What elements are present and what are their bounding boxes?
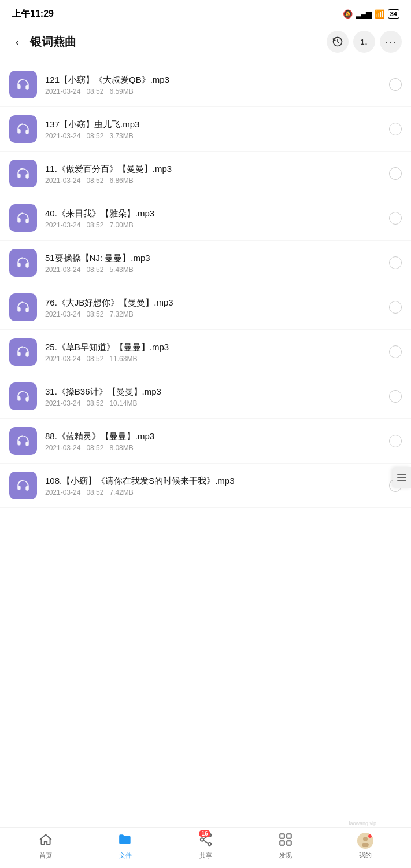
- file-icon-wrap: [9, 115, 37, 143]
- file-item[interactable]: 11.《做爱百分百》【曼曼】.mp3 2021-03-24 08:52 6.86…: [0, 152, 411, 196]
- file-checkbox[interactable]: [389, 123, 402, 135]
- battery-indicator: 34: [388, 9, 399, 19]
- file-name: 51要操操【NJ: 曼曼】.mp3: [45, 252, 383, 264]
- nav-item-profile[interactable]: 我的: [325, 833, 405, 859]
- file-info: 76.《大JB好想你》【曼曼】.mp3 2021-03-24 08:52 7.3…: [45, 296, 383, 318]
- file-icon-wrap: [9, 204, 37, 232]
- more-icon: ···: [384, 36, 397, 48]
- file-item[interactable]: 121【小窈】《大叔爱QB》.mp3 2021-03-24 08:52 6.59…: [0, 62, 411, 107]
- file-info: 31.《操B36计》【曼曼】.mp3 2021-03-24 08:52 10.1…: [45, 385, 383, 407]
- svg-point-3: [208, 842, 210, 845]
- header-actions: 1↓ ···: [327, 31, 402, 53]
- file-info: 108.【小窈】《请你在我发S的时候来干我》.mp3 2021-03-24 08…: [45, 475, 383, 496]
- file-icon-wrap: [9, 382, 37, 410]
- nav-item-files[interactable]: 文件: [86, 832, 165, 860]
- headphone-icon: [16, 389, 31, 404]
- file-name: 137【小窈】虫儿飞.mp3: [45, 118, 383, 130]
- file-list: 121【小窈】《大叔爱QB》.mp3 2021-03-24 08:52 6.59…: [0, 58, 411, 513]
- back-icon: ‹: [16, 35, 20, 49]
- headphone-icon: [16, 77, 31, 92]
- file-checkbox[interactable]: [389, 167, 402, 180]
- file-checkbox[interactable]: [389, 345, 402, 358]
- scroll-line-3: [397, 480, 406, 481]
- nav-item-share[interactable]: 16 共享: [165, 832, 245, 860]
- headphone-icon: [16, 300, 31, 315]
- file-checkbox[interactable]: [389, 212, 402, 225]
- file-item[interactable]: 31.《操B36计》【曼曼】.mp3 2021-03-24 08:52 10.1…: [0, 374, 411, 419]
- nav-label-share: 共享: [199, 851, 212, 860]
- file-checkbox[interactable]: [389, 301, 402, 314]
- file-checkbox[interactable]: [389, 435, 402, 447]
- svg-point-11: [363, 837, 368, 841]
- sort-button[interactable]: 1↓: [353, 31, 375, 53]
- headphone-icon: [16, 478, 31, 493]
- file-list-container: 121【小窈】《大叔爱QB》.mp3 2021-03-24 08:52 6.59…: [0, 58, 411, 559]
- file-item[interactable]: 51要操操【NJ: 曼曼】.mp3 2021-03-24 08:52 5.43M…: [0, 241, 411, 285]
- more-button[interactable]: ···: [380, 31, 402, 53]
- file-item[interactable]: 40.《来日我》【雅朵】.mp3 2021-03-24 08:52 7.00MB: [0, 196, 411, 241]
- file-meta: 2021-03-24 08:52 7.42MB: [45, 488, 383, 496]
- file-item[interactable]: 25.《草B早知道》【曼曼】.mp3 2021-03-24 08:52 11.6…: [0, 330, 411, 374]
- wifi-icon: 📶: [375, 9, 384, 19]
- file-name: 25.《草B早知道》【曼曼】.mp3: [45, 341, 383, 353]
- back-button[interactable]: ‹: [7, 31, 28, 52]
- nav-item-discover[interactable]: 发现: [246, 832, 325, 860]
- file-meta: 2021-03-24 08:52 10.14MB: [45, 399, 383, 407]
- headphone-icon: [16, 433, 31, 448]
- svg-rect-8: [280, 841, 284, 845]
- file-info: 40.《来日我》【雅朵】.mp3 2021-03-24 08:52 7.00MB: [45, 207, 383, 229]
- headphone-icon: [16, 344, 31, 359]
- status-icons: 🔕 ▂▄▆ 📶 34: [343, 9, 399, 19]
- file-item[interactable]: 137【小窈】虫儿飞.mp3 2021-03-24 08:52 3.73MB: [0, 107, 411, 152]
- file-checkbox[interactable]: [389, 390, 402, 403]
- file-meta: 2021-03-24 08:52 3.73MB: [45, 132, 383, 140]
- file-info: 88.《蓝精灵》【曼曼】.mp3 2021-03-24 08:52 8.08MB: [45, 430, 383, 452]
- file-name: 11.《做爱百分百》【曼曼】.mp3: [45, 163, 383, 175]
- status-bar: 上午11:29 🔕 ▂▄▆ 📶 34: [0, 0, 411, 25]
- watermark: laowang.vip: [349, 821, 376, 826]
- header: ‹ 银词燕曲 1↓ ···: [0, 25, 411, 58]
- file-info: 25.《草B早知道》【曼曼】.mp3 2021-03-24 08:52 11.6…: [45, 341, 383, 363]
- headphone-icon: [16, 211, 31, 226]
- file-meta: 2021-03-24 08:52 7.32MB: [45, 310, 383, 318]
- nav-label-profile: 我的: [359, 851, 372, 859]
- file-meta: 2021-03-24 08:52 6.86MB: [45, 176, 383, 185]
- file-info: 11.《做爱百分百》【曼曼】.mp3 2021-03-24 08:52 6.86…: [45, 163, 383, 185]
- headphone-icon: [16, 166, 31, 181]
- file-icon-wrap: [9, 160, 37, 187]
- file-item[interactable]: 88.《蓝精灵》【曼曼】.mp3 2021-03-24 08:52 8.08MB: [0, 419, 411, 464]
- file-meta: 2021-03-24 08:52 11.63MB: [45, 355, 383, 363]
- file-item[interactable]: 76.《大JB好想你》【曼曼】.mp3 2021-03-24 08:52 7.3…: [0, 285, 411, 330]
- headphone-icon: [16, 255, 31, 270]
- scroll-handle[interactable]: [393, 467, 411, 488]
- file-meta: 2021-03-24 08:52 5.43MB: [45, 266, 383, 274]
- svg-point-1: [200, 838, 203, 841]
- nav-item-home[interactable]: 首页: [6, 832, 86, 860]
- file-icon-wrap: [9, 249, 37, 277]
- scroll-line-2: [397, 477, 406, 478]
- file-checkbox[interactable]: [389, 78, 402, 91]
- file-item[interactable]: 108.【小窈】《请你在我发S的时候来干我》.mp3 2021-03-24 08…: [0, 464, 411, 508]
- file-checkbox[interactable]: [389, 256, 402, 269]
- file-name: 40.《来日我》【雅朵】.mp3: [45, 207, 383, 219]
- file-name: 76.《大JB好想你》【曼曼】.mp3: [45, 296, 383, 308]
- svg-rect-7: [287, 834, 291, 838]
- svg-rect-6: [280, 834, 284, 838]
- home-icon: [38, 832, 53, 849]
- file-icon-wrap: [9, 427, 37, 455]
- file-name: 31.《操B36计》【曼曼】.mp3: [45, 385, 383, 398]
- history-button[interactable]: [327, 31, 349, 53]
- scroll-line-1: [397, 474, 406, 475]
- discover-icon: [278, 832, 293, 849]
- svg-rect-9: [287, 841, 291, 845]
- file-info: 51要操操【NJ: 曼曼】.mp3 2021-03-24 08:52 5.43M…: [45, 252, 383, 274]
- profile-avatar: [357, 833, 373, 849]
- svg-line-5: [203, 840, 208, 843]
- file-meta: 2021-03-24 08:52 7.00MB: [45, 221, 383, 229]
- status-time: 上午11:29: [12, 8, 54, 20]
- headphone-icon: [16, 122, 31, 137]
- sort-icon: 1↓: [360, 38, 368, 46]
- history-icon: [332, 36, 343, 47]
- bottom-nav: 首页 文件 16 共享: [0, 827, 411, 868]
- svg-point-13: [368, 834, 372, 838]
